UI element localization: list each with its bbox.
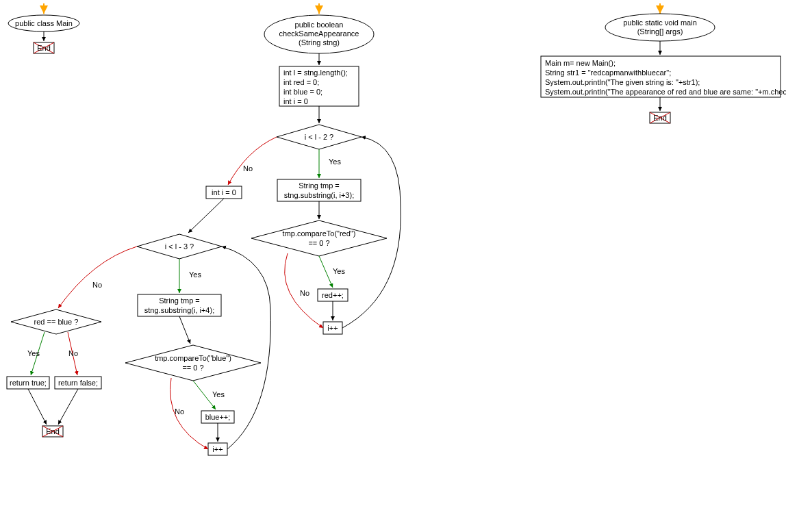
svg-text:No: No bbox=[92, 281, 102, 289]
svg-text:(String[] args): (String[] args) bbox=[637, 27, 683, 36]
svg-text:i < l - 2 ?: i < l - 2 ? bbox=[305, 133, 334, 141]
svg-text:Yes: Yes bbox=[189, 270, 201, 279]
svg-text:== 0 ?: == 0 ? bbox=[182, 364, 203, 372]
svg-line-30 bbox=[179, 316, 190, 344]
svg-text:stng.substring(i, i+3);: stng.substring(i, i+3); bbox=[284, 191, 354, 199]
svg-text:Yes: Yes bbox=[27, 349, 40, 357]
cond2-diamond bbox=[251, 220, 387, 256]
svg-text:i < l - 3 ?: i < l - 3 ? bbox=[165, 242, 194, 251]
svg-text:Yes: Yes bbox=[329, 157, 341, 166]
cond2-yes-edge bbox=[319, 256, 333, 288]
svg-text:red++;: red++; bbox=[322, 291, 344, 299]
svg-text:Main m= new Main();: Main m= new Main(); bbox=[545, 59, 616, 67]
svg-text:red == blue ?: red == blue ? bbox=[34, 318, 79, 326]
svg-text:Yes: Yes bbox=[212, 390, 225, 398]
svg-text:(String stng): (String stng) bbox=[299, 38, 340, 47]
cond1-no-edge bbox=[228, 137, 277, 185]
svg-text:No: No bbox=[300, 289, 309, 297]
svg-text:tmp.compareTo("red"): tmp.compareTo("red") bbox=[283, 229, 356, 238]
svg-text:public boolean: public boolean bbox=[295, 21, 344, 29]
flowchart-3: public static void main (String[] args) … bbox=[541, 3, 786, 123]
end-node: End bbox=[34, 42, 54, 53]
svg-text:System.out.println("The appear: System.out.println("The appearance of re… bbox=[545, 88, 786, 96]
svg-text:== 0 ?: == 0 ? bbox=[308, 239, 329, 247]
svg-text:i++: i++ bbox=[327, 324, 338, 332]
end-node-3: End bbox=[650, 112, 670, 123]
svg-text:blue++;: blue++; bbox=[205, 413, 231, 421]
svg-text:Yes: Yes bbox=[333, 267, 345, 275]
flowchart-2: public boolean checkSameAppearance (Stri… bbox=[7, 3, 401, 455]
cond4-diamond bbox=[125, 345, 261, 381]
svg-text:String str1 = "redcapmanwithbl: String str1 = "redcapmanwithbluecar"; bbox=[545, 68, 671, 77]
svg-text:int blue = 0;: int blue = 0; bbox=[283, 88, 322, 96]
svg-text:i++: i++ bbox=[212, 445, 223, 453]
cond3-no-edge bbox=[58, 246, 137, 308]
title-text: public class Main bbox=[15, 19, 73, 27]
svg-text:No: No bbox=[68, 349, 78, 357]
svg-text:checkSameAppearance: checkSameAppearance bbox=[279, 29, 359, 38]
svg-text:End: End bbox=[653, 114, 667, 122]
svg-text:return true;: return true; bbox=[10, 379, 47, 387]
svg-text:End: End bbox=[46, 427, 60, 435]
svg-text:int i = 0: int i = 0 bbox=[283, 97, 308, 105]
svg-text:System.out.println("The given : System.out.println("The given string is:… bbox=[545, 78, 700, 86]
svg-text:public static void main: public static void main bbox=[623, 18, 697, 27]
svg-text:int i = 0: int i = 0 bbox=[212, 188, 236, 197]
svg-text:stng.substring(i, i+4);: stng.substring(i, i+4); bbox=[144, 306, 214, 314]
end-node-2: End bbox=[42, 426, 63, 437]
svg-text:No: No bbox=[243, 164, 253, 173]
svg-text:String tmp =: String tmp = bbox=[299, 181, 340, 190]
svg-text:int red = 0;: int red = 0; bbox=[283, 78, 319, 86]
flowchart-canvas: public class Main End public boolean che… bbox=[0, 0, 786, 532]
svg-text:No: No bbox=[175, 407, 184, 416]
end-text: End bbox=[37, 44, 51, 52]
svg-text:String tmp =: String tmp = bbox=[159, 296, 200, 305]
svg-text:return false;: return false; bbox=[58, 379, 98, 387]
svg-text:tmp.compareTo("blue"): tmp.compareTo("blue") bbox=[155, 354, 231, 362]
flowchart-1: public class Main End bbox=[8, 3, 79, 53]
svg-text:int l = stng.length();: int l = stng.length(); bbox=[283, 68, 348, 77]
